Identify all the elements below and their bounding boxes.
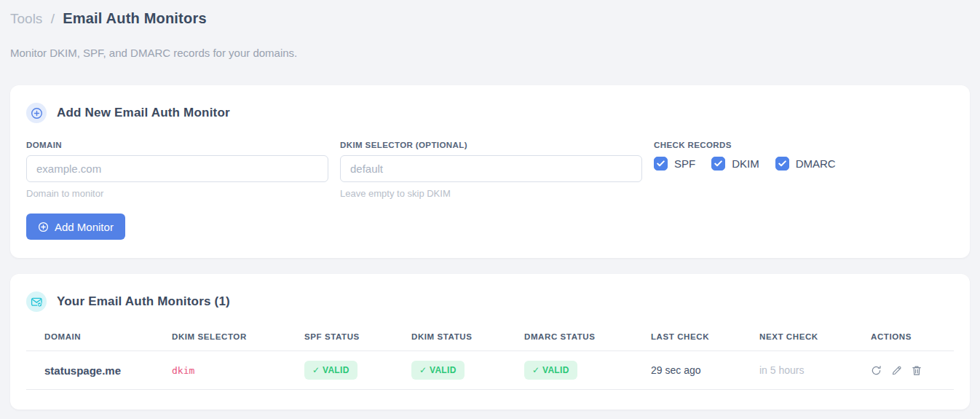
domain-field-group: DOMAIN Domain to monitor bbox=[26, 141, 328, 199]
edit-button[interactable] bbox=[891, 365, 902, 376]
dkim-selector-label: DKIM SELECTOR (OPTIONAL) bbox=[340, 141, 642, 149]
page: Tools / Email Auth Monitors Monitor DKIM… bbox=[0, 0, 980, 410]
refresh-icon bbox=[871, 365, 882, 376]
cell-domain: statuspage.me bbox=[26, 351, 154, 390]
dkim-selector-helper: Leave empty to skip DKIM bbox=[340, 188, 642, 199]
edit-pencil-icon bbox=[891, 365, 902, 376]
email-check-icon bbox=[26, 291, 47, 312]
page-subtitle: Monitor DKIM, SPF, and DMARC records for… bbox=[10, 47, 970, 59]
domain-input[interactable] bbox=[26, 155, 328, 182]
domain-label: DOMAIN bbox=[26, 141, 328, 149]
checkbox-dmarc[interactable]: DMARC bbox=[775, 157, 836, 171]
cell-dkim-selector: dkim bbox=[154, 351, 286, 390]
checkbox-dkim[interactable]: DKIM bbox=[711, 157, 759, 171]
add-monitor-card-title: Add New Email Auth Monitor bbox=[57, 106, 230, 120]
column-header-next-check: NEXT CHECK bbox=[741, 326, 853, 351]
cell-dkim-status: ✓ VALID bbox=[393, 351, 506, 390]
check-records-label: CHECK RECORDS bbox=[654, 141, 836, 149]
checkbox-dkim-box[interactable] bbox=[711, 157, 725, 171]
add-monitor-button-label: Add Monitor bbox=[55, 221, 114, 233]
add-monitor-card: Add New Email Auth Monitor DOMAIN Domain… bbox=[10, 85, 970, 258]
plus-circle-icon bbox=[26, 103, 47, 123]
monitors-card: Your Email Auth Monitors (1) DOMAIN DKIM… bbox=[10, 274, 970, 410]
dkim-selector-field-group: DKIM SELECTOR (OPTIONAL) Leave empty to … bbox=[340, 141, 642, 199]
checkbox-dmarc-box[interactable] bbox=[775, 157, 789, 171]
checkbox-dkim-label: DKIM bbox=[732, 157, 759, 170]
table-header-row: DOMAIN DKIM SELECTOR SPF STATUS DKIM STA… bbox=[26, 326, 954, 351]
checkbox-spf-label: SPF bbox=[674, 157, 695, 170]
check-records-group: CHECK RECORDS SPF DKIM bbox=[654, 141, 836, 171]
column-header-dkim-status: DKIM STATUS bbox=[393, 326, 506, 351]
monitors-table: DOMAIN DKIM SELECTOR SPF STATUS DKIM STA… bbox=[26, 326, 954, 390]
column-header-domain: DOMAIN bbox=[26, 326, 154, 351]
checkbox-spf[interactable]: SPF bbox=[654, 157, 695, 171]
column-header-dmarc-status: DMARC STATUS bbox=[506, 326, 633, 351]
check-icon bbox=[778, 160, 786, 167]
dkim-status-badge: ✓ VALID bbox=[411, 361, 465, 380]
cell-dmarc-status: ✓ VALID bbox=[506, 351, 633, 390]
monitors-card-header: Your Email Auth Monitors (1) bbox=[26, 291, 954, 312]
add-monitor-button[interactable]: Add Monitor bbox=[26, 214, 125, 240]
delete-button[interactable] bbox=[912, 365, 922, 376]
cell-last-check: 29 sec ago bbox=[633, 351, 741, 390]
checkbox-spf-box[interactable] bbox=[654, 157, 668, 171]
cell-actions bbox=[853, 351, 954, 390]
spf-status-badge: ✓ VALID bbox=[304, 361, 357, 380]
check-icon bbox=[714, 160, 722, 167]
refresh-button[interactable] bbox=[871, 365, 882, 376]
table-row: statuspage.me dkim ✓ VALID ✓ VALID ✓ VAL… bbox=[26, 351, 954, 390]
cell-next-check: in 5 hours bbox=[741, 351, 853, 390]
trash-icon bbox=[912, 365, 922, 376]
check-records-options: SPF DKIM DMARC bbox=[654, 157, 836, 171]
checkbox-dmarc-label: DMARC bbox=[796, 157, 836, 170]
add-monitor-card-header: Add New Email Auth Monitor bbox=[26, 103, 954, 123]
breadcrumb: Tools / Email Auth Monitors bbox=[10, 0, 970, 28]
dkim-selector-input[interactable] bbox=[340, 155, 642, 182]
breadcrumb-tools[interactable]: Tools bbox=[10, 11, 42, 26]
plus-circle-icon bbox=[38, 222, 49, 232]
add-monitor-form: DOMAIN Domain to monitor DKIM SELECTOR (… bbox=[26, 141, 954, 199]
cell-spf-status: ✓ VALID bbox=[286, 351, 393, 390]
column-header-actions: ACTIONS bbox=[853, 326, 954, 351]
column-header-dkim-selector: DKIM SELECTOR bbox=[154, 326, 286, 351]
page-title: Email Auth Monitors bbox=[63, 10, 207, 26]
breadcrumb-separator: / bbox=[51, 11, 55, 26]
monitors-card-title: Your Email Auth Monitors (1) bbox=[57, 294, 230, 309]
domain-helper: Domain to monitor bbox=[26, 188, 328, 199]
column-header-last-check: LAST CHECK bbox=[633, 326, 741, 351]
column-header-spf-status: SPF STATUS bbox=[286, 326, 393, 351]
check-icon bbox=[657, 160, 665, 167]
dmarc-status-badge: ✓ VALID bbox=[524, 361, 577, 380]
